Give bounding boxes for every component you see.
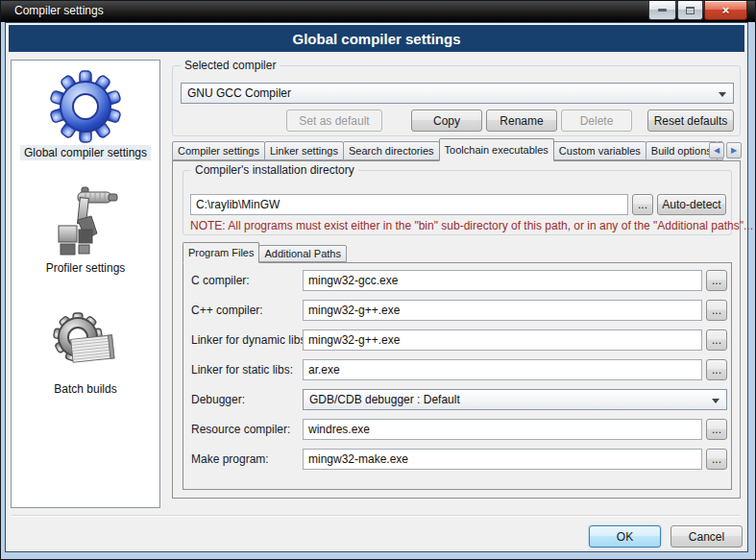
tab-compiler-settings[interactable]: Compiler settings: [172, 141, 265, 160]
batch-builds-icon: [49, 306, 122, 379]
make-program-browse-button[interactable]: ...: [706, 449, 727, 470]
copy-button[interactable]: Copy: [411, 110, 482, 132]
linker-dynamic-label: Linker for dynamic libs:: [191, 333, 309, 347]
delete-button[interactable]: Delete: [561, 110, 632, 132]
tab-search-directories[interactable]: Search directories: [343, 141, 440, 160]
debugger-select[interactable]: GDB/CDB debugger : Default: [303, 389, 727, 410]
tab-custom-variables[interactable]: Custom variables: [553, 141, 646, 160]
ok-button[interactable]: OK: [589, 525, 661, 548]
footer-divider: [12, 515, 740, 517]
selected-compiler-legend: Selected compiler: [181, 59, 280, 72]
sidebar-item-global-compiler-settings[interactable]: Global compiler settings: [12, 70, 159, 160]
tab-program-files[interactable]: Program Files: [183, 242, 259, 263]
gear-blue-icon: [49, 70, 122, 143]
maximize-button[interactable]: [677, 1, 703, 20]
compiler-select-value: GNU GCC Compiler: [187, 86, 291, 100]
sidebar-item-label: Profiler settings: [42, 260, 130, 276]
cpp-compiler-label: C++ compiler:: [191, 304, 263, 317]
linker-dynamic-input[interactable]: [303, 329, 702, 351]
rename-button[interactable]: Rename: [486, 110, 557, 132]
sidebar-item-batch-builds[interactable]: Batch builds: [12, 306, 159, 397]
reset-defaults-button[interactable]: Reset defaults: [647, 110, 734, 132]
make-program-label: Make program:: [191, 452, 269, 466]
tab-scroll-left-button[interactable]: ◀: [709, 142, 724, 158]
profiler-caliper-icon: [49, 185, 122, 258]
linker-dynamic-browse-button[interactable]: ...: [706, 329, 727, 351]
compiler-select[interactable]: GNU GCC Compiler: [181, 83, 734, 104]
program-files-panel: C compiler: ... C++ compiler: ... Linker…: [183, 262, 732, 490]
debugger-select-value: GDB/CDB debugger : Default: [309, 393, 460, 406]
auto-detect-button[interactable]: Auto-detect: [657, 194, 726, 215]
sidebar-item-label: Batch builds: [50, 381, 120, 397]
arrow-left-icon: ◀: [714, 146, 719, 155]
tab-scroll-right-button[interactable]: ▶: [726, 142, 742, 158]
selected-compiler-group: Selected compiler GNU GCC Compiler Set a…: [172, 65, 741, 136]
make-program-input[interactable]: [303, 449, 702, 470]
cpp-compiler-browse-button[interactable]: ...: [706, 300, 727, 321]
sidebar-item-label: Global compiler settings: [20, 145, 151, 160]
linker-static-label: Linker for static libs:: [191, 363, 293, 377]
tab-toolchain-executables[interactable]: Toolchain executables: [439, 138, 554, 161]
tab-additional-paths[interactable]: Additional Paths: [258, 245, 347, 262]
program-files-tabs: Program Files Additional Paths: [183, 242, 346, 262]
minimize-button[interactable]: [648, 1, 676, 20]
cpp-compiler-input[interactable]: [303, 300, 702, 321]
c-compiler-browse-button[interactable]: ...: [706, 270, 727, 291]
arrow-right-icon: ▶: [731, 146, 737, 155]
dialog-client-area: Global compiler settings: [5, 22, 748, 552]
titlebar[interactable]: Compiler settings ×: [1, 1, 756, 22]
page-title: Global compiler settings: [9, 25, 744, 52]
linker-static-input[interactable]: [303, 359, 702, 380]
debugger-label: Debugger:: [191, 393, 245, 406]
installation-directory-legend: Compiler's installation directory: [191, 163, 358, 177]
compiler-settings-dialog: Compiler settings × Global compiler sett…: [0, 0, 756, 560]
cancel-button[interactable]: Cancel: [671, 525, 743, 548]
toolchain-executables-panel: Compiler's installation directory ... Au…: [172, 160, 741, 499]
c-compiler-input[interactable]: [303, 270, 702, 291]
compiler-tabs: Compiler settings Linker settings Search…: [172, 138, 722, 160]
bin-subdirectory-note: NOTE: All programs must exist either in …: [190, 219, 753, 232]
resource-compiler-browse-button[interactable]: ...: [706, 419, 727, 440]
sidebar-item-profiler-settings[interactable]: Profiler settings: [12, 185, 159, 276]
tab-linker-settings[interactable]: Linker settings: [264, 141, 344, 160]
tab-build-options[interactable]: Build options: [646, 141, 718, 160]
chevron-down-icon: [712, 399, 719, 403]
window-title: Compiler settings: [14, 4, 104, 17]
minimize-icon: [658, 9, 667, 12]
close-button[interactable]: ×: [704, 1, 747, 20]
c-compiler-label: C compiler:: [191, 274, 250, 287]
installation-directory-browse-button[interactable]: ...: [632, 194, 653, 215]
resource-compiler-input[interactable]: [303, 419, 702, 440]
installation-directory-input[interactable]: [190, 194, 628, 215]
linker-static-browse-button[interactable]: ...: [706, 359, 727, 380]
resource-compiler-label: Resource compiler:: [191, 423, 290, 436]
set-as-default-button[interactable]: Set as default: [286, 110, 382, 132]
tab-scroll-buttons: ◀ ▶: [709, 142, 742, 158]
settings-category-list: Global compiler settings: [11, 60, 160, 508]
chevron-down-icon: [719, 92, 726, 97]
close-icon: ×: [722, 4, 730, 16]
maximize-icon: [686, 7, 695, 14]
